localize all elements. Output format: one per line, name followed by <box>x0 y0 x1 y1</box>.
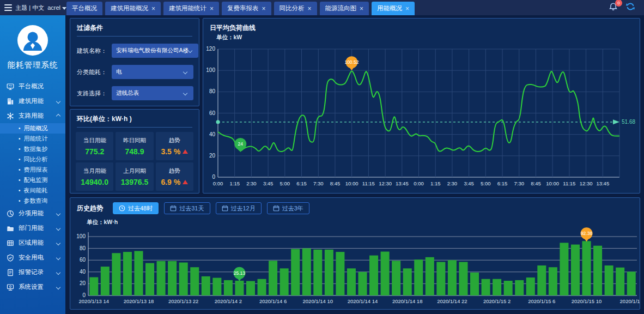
svg-text:2020/1/13 22: 2020/1/13 22 <box>168 298 198 304</box>
history-bar-chart[interactable]: 0204060801002020/1/13 142020/1/13 182020… <box>70 225 640 309</box>
svg-text:25.13: 25.13 <box>234 270 246 276</box>
main-content: 过滤条件 建筑名称： 安科瑞电气股份有限公司A楼 分类能耗： 电 支路选择： 进… <box>65 15 644 314</box>
svg-text:2:30: 2:30 <box>447 180 458 186</box>
svg-text:5:00: 5:00 <box>280 180 290 186</box>
tab-energy-flow[interactable]: 能源流向图× <box>320 2 369 15</box>
calendar-icon <box>222 205 228 212</box>
close-icon[interactable]: × <box>210 5 214 12</box>
system-title: 能耗管理系统 <box>0 60 65 70</box>
ratio-panel-title: 环比(单位：kW·h ) <box>70 110 199 127</box>
sidebar-subitem-energy-stats[interactable]: 用能统计 <box>0 134 65 144</box>
energy-type-select[interactable]: 电 <box>112 65 193 79</box>
calendar-icon <box>170 205 177 212</box>
bar <box>157 261 166 295</box>
sidebar-subitem-parameter-query[interactable]: 参数查询 <box>0 196 65 206</box>
theme-language-label[interactable]: 主题 | 中文 <box>15 4 44 12</box>
sidebar-subitem-energy-overview[interactable]: 用能概况 <box>0 123 65 134</box>
bar <box>336 252 344 295</box>
bar <box>101 267 110 295</box>
bar <box>291 249 300 295</box>
close-icon[interactable]: × <box>360 5 363 12</box>
notifications-button[interactable]: 0 <box>609 2 618 14</box>
calendar-icon <box>273 205 280 212</box>
svg-text:20: 20 <box>80 280 86 286</box>
bar <box>179 263 188 295</box>
clock-icon <box>119 205 125 212</box>
tab-yoy-analysis[interactable]: 同比分析× <box>274 2 317 15</box>
history-trend-panel: 历史趋势 过去48时 过去31天 过去12月 过去3年 单位：kW·h 0204… <box>70 197 640 310</box>
sidebar-item-platform-overview[interactable]: 平台概况 <box>0 79 65 94</box>
sidebar-subitem-yoy-analysis[interactable]: 同比分析 <box>0 154 65 165</box>
chevron-down-icon <box>56 99 60 103</box>
bar <box>549 267 557 295</box>
user-menu[interactable]: acrel <box>47 4 66 11</box>
svg-text:1:15: 1:15 <box>430 180 441 186</box>
daily-load-curve-panel: 日平均负荷曲线 单位：kW 0204060801001200:001:152:3… <box>203 18 640 194</box>
tab-building-energy-overview[interactable]: 建筑用能概况× <box>105 2 161 15</box>
bar <box>313 250 322 295</box>
bar <box>145 263 154 295</box>
bar <box>302 249 311 295</box>
sidebar-item-department-energy[interactable]: 部门用能 <box>0 221 65 235</box>
svg-text:12:30: 12:30 <box>379 180 392 186</box>
close-icon[interactable]: × <box>151 5 155 12</box>
chevron-down-icon <box>188 49 192 53</box>
svg-text:2020/1/14 18: 2020/1/14 18 <box>392 298 422 304</box>
sidebar-item-area-energy[interactable]: 区域用能 <box>0 235 65 250</box>
sidebar-item-building-energy[interactable]: 建筑用能 <box>0 94 65 108</box>
range-button-12m[interactable]: 过去12月 <box>216 202 262 214</box>
tab-bar: 平台概况 建筑用能概况× 建筑用能统计× 复费率报表× 同比分析× 能源流向图×… <box>66 0 604 15</box>
tab-platform-overview[interactable]: 平台概况 <box>66 2 102 15</box>
notification-badge: 0 <box>615 0 622 7</box>
chevron-down-icon <box>56 226 60 230</box>
hamburger-menu-icon[interactable] <box>4 4 12 11</box>
range-button-3y[interactable]: 过去3年 <box>267 202 309 214</box>
daily-load-line-chart[interactable]: 0204060801001200:001:152:303:455:006:157… <box>203 32 640 193</box>
chevron-down-icon <box>56 211 60 215</box>
sidebar-subitem-night-energy[interactable]: 夜间能耗 <box>0 185 65 196</box>
svg-text:2020/1/15: 2020/1/15 <box>620 298 640 304</box>
bar <box>347 268 356 295</box>
bar <box>235 281 244 295</box>
tab-energy-usage-overview[interactable]: 用能概况× <box>372 2 415 15</box>
range-button-31d[interactable]: 过去31天 <box>164 202 210 214</box>
history-panel-title: 历史趋势 <box>77 204 103 213</box>
sidebar-item-subentry-energy[interactable]: 分项用能 <box>0 206 65 221</box>
svg-text:3:45: 3:45 <box>464 180 474 186</box>
svg-text:120: 120 <box>206 46 215 52</box>
svg-text:10:00: 10:00 <box>345 180 359 186</box>
topbar: 主题 | 中文 acrel 平台概况 建筑用能概况× 建筑用能统计× 复费率报表… <box>0 0 644 15</box>
map-icon <box>7 239 14 247</box>
bar <box>515 280 524 295</box>
svg-text:6:15: 6:15 <box>497 180 508 186</box>
svg-text:60: 60 <box>209 110 216 116</box>
svg-text:40: 40 <box>80 269 86 275</box>
sidebar-subitem-cost-report[interactable]: 费用报表 <box>0 165 65 175</box>
close-icon[interactable]: × <box>262 5 266 12</box>
branch-select[interactable]: 进线总表 <box>112 86 193 100</box>
stat-yesterday-usage: 昨日同期 748.9 <box>116 132 153 160</box>
building-name-select[interactable]: 安科瑞电气股份有限公司A楼 <box>112 44 198 58</box>
chevron-down-icon <box>56 255 60 259</box>
sidebar: 能耗管理系统 平台概况 建筑用能 支路用能 用能概况 用能统计 数据集抄 同比分… <box>0 15 65 314</box>
sidebar-item-system-settings[interactable]: 系统设置 <box>0 280 65 294</box>
shield-icon <box>7 254 14 262</box>
bar <box>414 259 423 295</box>
stat-day-trend: 趋势 3.5 % <box>156 132 193 160</box>
close-icon[interactable]: × <box>308 5 312 12</box>
tab-building-energy-stats[interactable]: 建筑用能统计× <box>163 2 219 15</box>
range-button-48h[interactable]: 过去48时 <box>113 202 159 214</box>
refresh-button[interactable] <box>625 2 635 13</box>
sidebar-item-branch-energy[interactable]: 支路用能 <box>0 108 65 123</box>
sidebar-item-electrical-safety[interactable]: 安全用电 <box>0 250 65 265</box>
close-icon[interactable]: × <box>405 5 409 12</box>
sidebar-item-alarm-records[interactable]: 报警记录 <box>0 265 65 280</box>
sidebar-subitem-power-monitoring[interactable]: 配电监测 <box>0 175 65 185</box>
tab-rate-report[interactable]: 复费率报表× <box>222 2 271 15</box>
building-name-label: 建筑名称： <box>77 47 112 55</box>
sidebar-subitem-data-collection[interactable]: 数据集抄 <box>0 144 65 154</box>
svg-text:0: 0 <box>82 292 86 298</box>
bar <box>168 261 177 295</box>
circuit-icon <box>7 112 14 120</box>
svg-text:2020/1/15 10: 2020/1/15 10 <box>572 298 602 304</box>
